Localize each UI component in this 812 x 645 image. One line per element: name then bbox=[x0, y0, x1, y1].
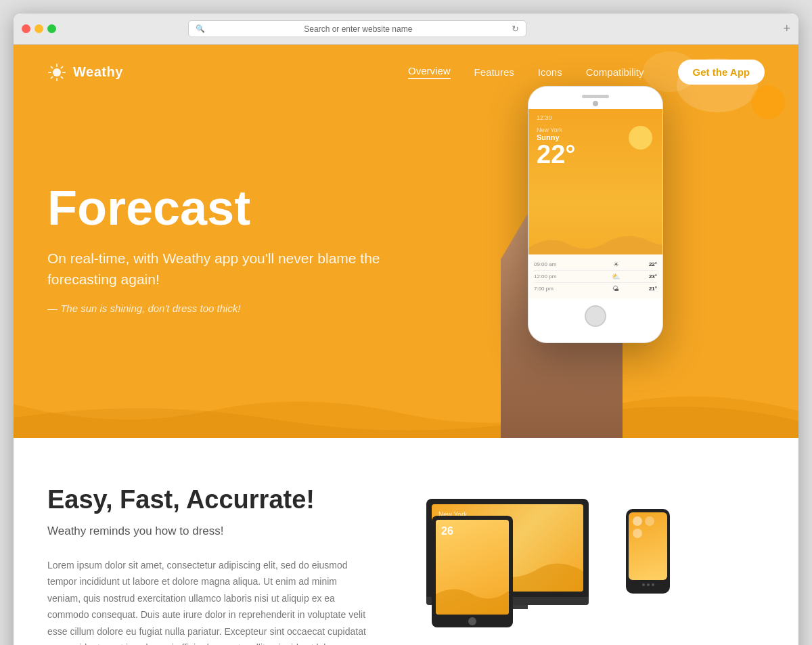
phone-weather-icon-area bbox=[622, 123, 656, 150]
forecast-row-2: 12:00 pm ⛅ 23° bbox=[534, 271, 657, 283]
forecast-temp-3: 21° bbox=[649, 286, 657, 292]
dot-1 bbox=[642, 583, 645, 586]
features-body: Lorem ipsum dolor sit amet, consectetur … bbox=[47, 557, 372, 645]
hero-tagline: — The sun is shining, don't dress too th… bbox=[47, 303, 426, 314]
nav-overview[interactable]: Overview bbox=[408, 65, 451, 79]
nav-links: Overview Features Icons Compatibility Ge… bbox=[408, 60, 765, 85]
address-text: Search or enter website name bbox=[209, 24, 508, 34]
forecast-temp-1: 22° bbox=[649, 261, 657, 267]
hero-subtitle: On real-time, with Weathy app you'll nev… bbox=[47, 248, 426, 290]
forecast-icon-3: 🌤 bbox=[612, 285, 619, 292]
phone-small-icons bbox=[629, 512, 667, 542]
hero-phone-area: 12:30 New York Sunny 22° bbox=[426, 113, 643, 384]
brand: Weathy bbox=[47, 63, 123, 82]
hero-title: Forecast bbox=[47, 183, 426, 234]
features-subtitle: Weathy reminds you how to dress! bbox=[47, 525, 372, 538]
forecast-time-2: 12:00 pm bbox=[534, 273, 583, 280]
phone-small-dots bbox=[629, 580, 667, 586]
forecast-row-1: 09:00 am ☀ 22° bbox=[534, 259, 657, 271]
tablet-body: 26 bbox=[432, 516, 513, 627]
weather-icon-sm-1 bbox=[633, 516, 642, 526]
weather-icon-sm-3 bbox=[633, 529, 642, 538]
new-tab-button[interactable]: + bbox=[783, 22, 790, 36]
phone-small-screen bbox=[629, 512, 667, 580]
phone-camera bbox=[593, 101, 598, 106]
dot-2 bbox=[647, 583, 650, 586]
tablet-wave bbox=[436, 581, 509, 615]
features-text: Easy, Fast, Accurrate! Weathy reminds yo… bbox=[47, 485, 372, 645]
svg-line-8 bbox=[51, 76, 53, 78]
phone-mockup: 12:30 New York Sunny 22° bbox=[528, 86, 663, 343]
weather-icon-sm-2 bbox=[645, 516, 654, 526]
sun-logo-icon bbox=[47, 63, 66, 82]
phone-status-text: 12:30 bbox=[537, 114, 552, 121]
devices-area: New York 26 bbox=[426, 499, 670, 645]
site-content: Weathy Overview Features Icons Compatibi… bbox=[14, 45, 798, 645]
search-icon: 🔍 bbox=[196, 24, 205, 33]
features-title: Easy, Fast, Accurrate! bbox=[47, 485, 372, 515]
get-app-button[interactable]: Get the App bbox=[678, 60, 765, 85]
close-button[interactable] bbox=[22, 24, 30, 33]
tablet-mockup: 26 bbox=[432, 516, 513, 627]
traffic-lights bbox=[22, 24, 56, 33]
tablet-temp: 26 bbox=[436, 520, 509, 543]
hero-body: Forecast On real-time, with Weathy app y… bbox=[14, 99, 798, 438]
brand-name: Weathy bbox=[73, 64, 123, 80]
forecast-temp-2: 23° bbox=[649, 273, 657, 280]
nav-compatibility[interactable]: Compatibility bbox=[586, 66, 644, 78]
minimize-button[interactable] bbox=[35, 24, 43, 33]
svg-line-6 bbox=[62, 76, 63, 78]
forecast-icon-2: ⛅ bbox=[612, 273, 620, 280]
hero-text: Forecast On real-time, with Weathy app y… bbox=[47, 183, 426, 314]
address-bar[interactable]: 🔍 Search or enter website name ↻ bbox=[188, 20, 526, 37]
nav-icons[interactable]: Icons bbox=[538, 66, 562, 78]
svg-line-7 bbox=[62, 66, 63, 68]
tablet-screen: 26 bbox=[436, 520, 509, 615]
phone-screen-header: 12:30 bbox=[528, 109, 662, 124]
tablet-wave-svg bbox=[436, 581, 509, 615]
hero-section: Weathy Overview Features Icons Compatibi… bbox=[14, 45, 798, 438]
phone-home-button bbox=[585, 305, 606, 327]
phone-small-mockup bbox=[626, 509, 670, 594]
phone-forecast-list: 09:00 am ☀ 22° 12:00 pm ⛅ 23° bbox=[528, 254, 662, 298]
phone-sun-icon bbox=[629, 126, 652, 150]
forecast-time-3: 7:00 pm bbox=[534, 286, 583, 292]
browser-window: 🔍 Search or enter website name ↻ + bbox=[14, 14, 798, 645]
forecast-icon-1: ☀ bbox=[613, 261, 619, 268]
tablet-home-button bbox=[468, 617, 476, 625]
svg-point-0 bbox=[53, 68, 61, 76]
maximize-button[interactable] bbox=[47, 24, 56, 33]
forecast-time-1: 09:00 am bbox=[534, 261, 583, 267]
dot-3 bbox=[652, 583, 654, 586]
svg-line-5 bbox=[51, 66, 53, 68]
phone-small-body bbox=[626, 509, 670, 594]
browser-chrome: 🔍 Search or enter website name ↻ + bbox=[14, 14, 798, 45]
nav-features[interactable]: Features bbox=[474, 66, 514, 78]
reload-icon[interactable]: ↻ bbox=[512, 24, 519, 34]
forecast-row-3: 7:00 pm 🌤 21° bbox=[534, 283, 657, 294]
navbar: Weathy Overview Features Icons Compatibi… bbox=[14, 45, 798, 99]
features-section: Easy, Fast, Accurrate! Weathy reminds yo… bbox=[14, 438, 798, 645]
phone-screen: 12:30 New York Sunny 22° bbox=[528, 109, 662, 298]
